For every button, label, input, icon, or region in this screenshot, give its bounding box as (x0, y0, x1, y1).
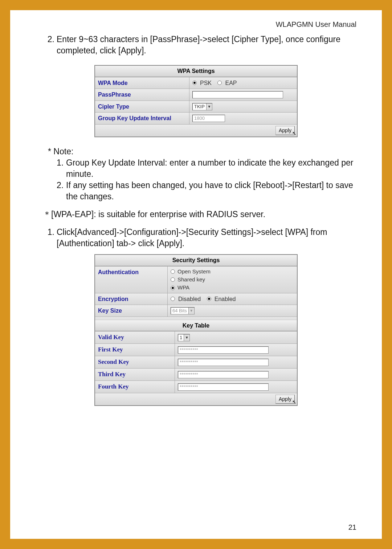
radio-open-system[interactable] (171, 269, 175, 274)
passphrase-input[interactable] (192, 91, 283, 98)
apply-button[interactable]: Apply ↖ (275, 126, 295, 135)
second-key-label: Second Key (95, 356, 175, 368)
radio-psk[interactable] (192, 81, 197, 85)
radio-eap[interactable] (217, 81, 222, 85)
eap-label: EAP (225, 79, 237, 87)
step-text: Enter 9~63 characters in [PassPhrase]->s… (57, 34, 356, 56)
apply-label: Apply (279, 127, 291, 133)
body: 2. Enter 9~63 characters in [PassPhrase]… (36, 34, 356, 406)
encryption-options: Disabled Enabled (168, 293, 297, 305)
cipher-select[interactable]: TKIP ▼ (192, 103, 212, 110)
first-key-label: First Key (95, 344, 175, 356)
enc-enabled-label: Enabled (215, 295, 236, 303)
wpa-eap-note: ＊[WPA-EAP]: is suitable for enterprise w… (43, 209, 356, 220)
keysize-label: Key Size (95, 305, 168, 317)
chevron-down-icon: ▼ (184, 334, 189, 341)
encryption-label: Encryption (95, 293, 168, 305)
fourth-key-input[interactable]: ********** (178, 383, 269, 391)
valid-key-label: Valid Key (95, 332, 175, 343)
security-settings-title: Security Settings (95, 255, 297, 266)
enc-disabled-label: Disabled (178, 295, 201, 303)
valid-key-select[interactable]: 1 ▼ (178, 334, 190, 341)
note-2: 2. If any setting has been changed, you … (57, 180, 356, 202)
note-text: If any setting has been changed, you hav… (66, 180, 356, 202)
note-1: 1. Group Key Update Interval: enter a nu… (57, 157, 356, 180)
third-key-label: Third Key (95, 369, 175, 381)
wpa-mode-options: PSK EAP (189, 77, 297, 89)
step-1b: 1. Click[Advanced]->[Configuration]->[Se… (36, 227, 356, 249)
radio-wpa[interactable] (171, 286, 175, 290)
cursor-icon: ↖ (292, 130, 297, 137)
third-key-input[interactable]: ********** (178, 371, 269, 378)
apply-button[interactable]: Apply ↖ (275, 395, 295, 404)
cipher-value: TKIP (193, 103, 206, 110)
keysize-value: 64 Bits (171, 308, 188, 314)
note-text: Group Key Update Interval: enter a numbe… (66, 157, 356, 180)
auth-shared-label: Shared key (177, 276, 205, 283)
radio-disabled[interactable] (171, 297, 175, 301)
wpa-settings-panel: WPA Settings WPA Mode PSK EAP PassPhrase (94, 65, 298, 137)
auth-open-label: Open System (177, 268, 211, 275)
note-heading: * Note: (48, 146, 356, 157)
step-num: 1. (36, 227, 57, 249)
valid-key-value: 1 (178, 334, 184, 341)
interval-label: Group Key Update Interval (95, 113, 189, 124)
step-text: Click[Advanced]->[Configuration]->[Secur… (57, 227, 356, 249)
radio-shared-key[interactable] (171, 277, 175, 282)
fourth-key-label: Fourth Key (95, 381, 175, 393)
apply-label: Apply (279, 396, 291, 402)
keysize-select: 64 Bits ▼ (171, 307, 195, 314)
security-settings-panel: Security Settings Authentication Open Sy… (94, 254, 298, 406)
wpa-settings-title: WPA Settings (95, 66, 297, 77)
second-key-input[interactable]: ********** (178, 359, 269, 366)
note-num: 1. (57, 157, 66, 180)
step-num: 2. (36, 34, 57, 56)
psk-label: PSK (200, 79, 212, 87)
page: WLAPGMN User Manual 2. Enter 9~63 charac… (10, 10, 382, 539)
interval-input[interactable]: 1800 (192, 115, 225, 122)
key-table-title: Key Table (95, 320, 297, 332)
first-key-input[interactable]: ********** (178, 346, 269, 354)
step-2: 2. Enter 9~63 characters in [PassPhrase]… (36, 34, 356, 56)
passphrase-label: PassPhrase (95, 89, 189, 101)
manual-title: WLAPGMN User Manual (36, 20, 356, 29)
auth-label: Authentication (95, 267, 168, 293)
cipher-label: Cipler Type (95, 101, 189, 113)
cursor-icon: ↖ (292, 399, 297, 406)
auth-wpa-label: WPA (177, 284, 189, 291)
radio-enabled[interactable] (207, 297, 211, 301)
chevron-down-icon: ▼ (206, 103, 212, 110)
note-num: 2. (57, 180, 66, 202)
page-number: 21 (348, 523, 356, 532)
chevron-down-icon: ▼ (188, 308, 194, 314)
wpa-mode-label: WPA Mode (95, 77, 189, 89)
